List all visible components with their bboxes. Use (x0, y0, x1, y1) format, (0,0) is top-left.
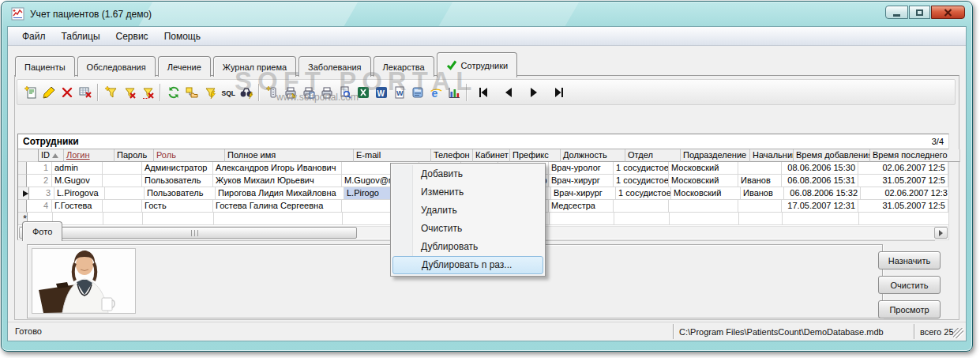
cell-chief[interactable] (738, 162, 782, 175)
chart-icon[interactable] (445, 83, 463, 102)
cell-last[interactable]: 31.05.2007 12:5 (858, 200, 948, 213)
print-icon[interactable] (317, 83, 336, 102)
cell-added[interactable]: 17.05.2007 12:31 (782, 200, 858, 213)
cell-login[interactable]: L.Pirogova (54, 187, 105, 200)
view-photo-button[interactable]: Просмотр (878, 300, 941, 318)
menubar-item-1[interactable]: Файл (14, 28, 54, 44)
column-header-fullname[interactable]: Полное имя (225, 149, 354, 162)
column-header-password[interactable]: Пароль (115, 149, 154, 162)
fields-icon[interactable] (182, 83, 201, 102)
record-delete-icon[interactable] (58, 83, 76, 102)
cell-last[interactable] (859, 213, 948, 225)
column-header-role[interactable]: Роль (154, 149, 225, 162)
context-menu-item-2[interactable]: Изменить (392, 183, 543, 202)
column-header-email[interactable]: E-mail (354, 149, 431, 162)
close-button[interactable] (931, 6, 965, 19)
cell-dept[interactable] (614, 200, 669, 213)
tab-6[interactable]: Лекарства (374, 56, 434, 77)
cell-added[interactable]: 06.08.2006 15:32 (784, 187, 861, 200)
context-menu-item-5[interactable]: Дублировать (392, 238, 543, 256)
cell-login[interactable]: Г.Гостева (52, 200, 103, 213)
tab-5[interactable]: Заболевания (299, 56, 371, 77)
cell-chief[interactable]: Иванов (741, 187, 784, 200)
notes-icon[interactable] (408, 83, 426, 102)
menubar-item-4[interactable]: Помощь (156, 28, 208, 44)
cell-role[interactable]: Администратор (142, 162, 213, 175)
cell-last[interactable]: 31.05.2007 12:5 (858, 175, 948, 187)
tab-3[interactable]: Лечение (158, 56, 211, 77)
filter-new-icon[interactable] (102, 83, 120, 102)
export-doc-icon[interactable]: W (390, 83, 408, 102)
minimize-button[interactable] (885, 6, 908, 19)
cell-position[interactable]: Врач-хирург (551, 187, 616, 200)
refresh-icon[interactable] (164, 83, 182, 102)
print-preview-icon[interactable] (336, 83, 354, 102)
cell-id[interactable]: 2 (27, 175, 52, 187)
filter-delete-icon[interactable] (120, 83, 138, 102)
sql-icon[interactable]: SQL (219, 83, 237, 102)
column-header-subdiv[interactable]: Подразделение (681, 149, 750, 162)
cell-fullname[interactable]: Жуков Михаил Юрьевич (213, 175, 342, 187)
scroll-right-button[interactable] (934, 227, 948, 239)
maximize-button[interactable] (909, 6, 930, 19)
export-word-icon[interactable]: W (372, 83, 390, 102)
row-selector[interactable] (18, 200, 27, 213)
row-selector[interactable] (18, 187, 29, 200)
cell-id[interactable]: 4 (27, 200, 52, 213)
cell-id[interactable]: 1 (27, 162, 52, 175)
nav-next-icon[interactable] (524, 83, 543, 102)
cell-chief[interactable] (738, 200, 782, 213)
column-header-added[interactable]: Время добавления (794, 149, 870, 162)
print-setup-icon[interactable] (281, 83, 299, 102)
tab-7[interactable]: Сотрудники (437, 52, 518, 77)
cell-subdiv[interactable]: Московский (669, 162, 738, 175)
column-header-login[interactable]: Логин (64, 149, 115, 162)
cell-chief[interactable] (739, 213, 783, 225)
cell-last[interactable]: 02.06.2007 12:5 (858, 162, 948, 175)
context-menu-item-1[interactable]: Добавить (392, 165, 543, 183)
export-html-icon[interactable]: e (426, 83, 445, 102)
cell-subdiv[interactable] (669, 200, 738, 213)
record-edit-icon[interactable] (39, 83, 58, 102)
cell-last[interactable]: 02.06.2007 12:3 (861, 187, 948, 200)
filter-clear-icon[interactable] (138, 83, 156, 102)
cell-subdiv[interactable] (670, 213, 739, 225)
cell-added[interactable]: 08.06.2006 15:30 (782, 162, 858, 175)
cell-dept[interactable] (614, 213, 670, 225)
menubar-item-2[interactable]: Таблицы (54, 28, 108, 44)
table-clear-icon[interactable] (76, 83, 94, 102)
column-header-dept[interactable]: Отдел (625, 149, 681, 162)
cell-subdiv[interactable]: Московский (669, 175, 738, 187)
page-setup-icon[interactable] (299, 83, 317, 102)
cell-fullname[interactable]: Пирогова Лидия Михайловна (216, 187, 344, 200)
cell-position[interactable]: Медсестра (549, 200, 614, 213)
clear-photo-button[interactable]: Очистить (878, 276, 941, 294)
cell-role[interactable] (143, 213, 214, 225)
tab-2[interactable]: Обследования (77, 56, 156, 77)
column-header-phone[interactable]: Телефон (431, 149, 473, 162)
cell-password[interactable] (105, 187, 145, 200)
cell-position[interactable]: Врач-уролог (549, 162, 614, 175)
cell-role[interactable]: Пользователь (145, 187, 216, 200)
record-new-icon[interactable] (21, 83, 39, 102)
cell-fullname[interactable]: Александров Игорь Иванович (213, 162, 342, 175)
title-bar[interactable]: Учет пациентов (1.67 демо) (2, 2, 972, 26)
export-excel-icon[interactable] (354, 83, 372, 102)
cell-role[interactable]: Гость (142, 200, 213, 213)
cell-dept[interactable]: 1 сосудистое (614, 175, 669, 187)
cell-role[interactable]: Пользователь (142, 175, 213, 187)
cell-position[interactable] (550, 213, 614, 225)
context-menu-item-6[interactable]: Дублировать n раз... (392, 256, 543, 274)
resize-grip[interactable] (953, 328, 963, 338)
cell-password[interactable] (103, 162, 142, 175)
column-header-last[interactable]: Время последнего (870, 149, 960, 162)
cell-subdiv[interactable]: Московский (671, 187, 741, 200)
cell-id[interactable]: 3 (29, 187, 54, 200)
filter-exec-icon[interactable] (201, 83, 219, 102)
column-header-chief[interactable]: Начальник (750, 149, 794, 162)
nav-first-icon[interactable] (474, 83, 492, 102)
column-header-id[interactable]: ID (39, 149, 64, 162)
nav-prev-icon[interactable] (499, 83, 517, 102)
tab-4[interactable]: Журнал приема (213, 56, 296, 77)
cell-password[interactable] (103, 175, 142, 187)
